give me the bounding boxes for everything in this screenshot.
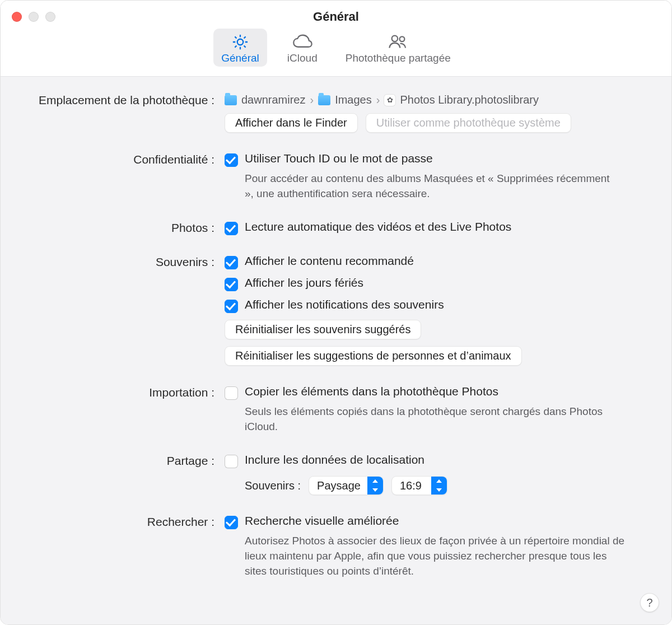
- tab-shared-label: Photothèque partagée: [346, 52, 451, 64]
- memories-label: Souvenirs :: [18, 254, 225, 269]
- titlebar: Général Général iCloud: [1, 1, 671, 77]
- photos-library-icon: ✿: [384, 95, 395, 106]
- folder-icon: [318, 95, 330, 105]
- use-as-system-library-button: Utiliser comme photothèque système: [366, 113, 571, 133]
- aspect-ratio-select-value: 16:9: [392, 479, 431, 492]
- gear-icon: [228, 32, 252, 52]
- reset-memories-button[interactable]: Réinitialiser les souvenirs suggérés: [225, 320, 421, 339]
- import-help-text: Seuls les éléments copiés dans la photot…: [245, 404, 614, 434]
- tab-icloud-label: iCloud: [287, 52, 318, 64]
- select-stepper-icon: [367, 477, 383, 495]
- privacy-help-text: Pour accéder au contenu des albums Masqu…: [245, 171, 614, 201]
- people-icon: [386, 32, 410, 52]
- show-in-finder-button[interactable]: Afficher dans le Finder: [225, 113, 358, 133]
- tab-shared-library[interactable]: Photothèque partagée: [338, 29, 459, 67]
- tab-icloud[interactable]: iCloud: [277, 29, 328, 67]
- chevron-right-icon: ›: [310, 94, 314, 106]
- orientation-select-value: Paysage: [309, 479, 367, 492]
- window-title: Général: [313, 10, 359, 24]
- privacy-label: Confidentialité :: [18, 152, 225, 166]
- home-folder-icon: [225, 95, 237, 105]
- lookup-help-text: Autorisez Photos à associer des lieux de…: [245, 534, 626, 579]
- chevron-right-icon: ›: [376, 94, 380, 106]
- photos-label: Photos :: [18, 220, 225, 235]
- autoplay-checkbox[interactable]: [225, 222, 238, 235]
- cloud-icon: [291, 32, 314, 52]
- include-location-label: Inclure les données de localisation: [245, 453, 424, 467]
- tab-general-label: Général: [221, 52, 259, 64]
- crumb-images[interactable]: Images: [318, 94, 372, 106]
- featured-content-checkbox[interactable]: [225, 256, 238, 269]
- minimize-window-button[interactable]: [29, 12, 39, 22]
- visual-lookup-label: Recherche visuelle améliorée: [245, 514, 399, 528]
- autoplay-checkbox-label: Lecture automatique des vidéos et des Li…: [245, 220, 511, 234]
- memory-notifications-label: Afficher les notifications des souvenirs: [245, 298, 444, 311]
- include-location-checkbox[interactable]: [225, 455, 238, 468]
- visual-lookup-checkbox[interactable]: [225, 516, 238, 529]
- featured-content-label: Afficher le contenu recommandé: [245, 254, 414, 268]
- memory-notifications-checkbox[interactable]: [225, 300, 238, 313]
- content-pane: Emplacement de la photothèque : dawnrami…: [1, 77, 671, 624]
- tab-general[interactable]: Général: [213, 29, 267, 67]
- copy-items-checkbox[interactable]: [225, 386, 238, 400]
- library-path-breadcrumb: dawnramirez › Images › ✿Photos Library.p…: [225, 92, 654, 106]
- svg-point-0: [237, 39, 244, 45]
- traffic-lights: [12, 12, 55, 22]
- select-stepper-icon: [431, 477, 447, 495]
- touchid-checkbox-label: Utiliser Touch ID ou le mot de passe: [245, 152, 433, 165]
- zoom-window-button[interactable]: [45, 12, 55, 22]
- memories-format-label: Souvenirs :: [245, 479, 301, 492]
- help-button[interactable]: ?: [640, 593, 659, 612]
- crumb-home[interactable]: dawnramirez: [225, 94, 305, 106]
- reset-people-button[interactable]: Réinitialiser les suggestions de personn…: [225, 346, 522, 366]
- orientation-select[interactable]: Paysage: [309, 476, 384, 495]
- svg-point-1: [391, 36, 398, 42]
- aspect-ratio-select[interactable]: 16:9: [391, 476, 447, 495]
- svg-point-2: [399, 36, 404, 41]
- lookup-label: Rechercher :: [18, 514, 225, 529]
- close-window-button[interactable]: [12, 12, 22, 22]
- touchid-checkbox[interactable]: [225, 153, 238, 167]
- preferences-window: Général Général iCloud: [1, 1, 671, 624]
- holidays-checkbox[interactable]: [225, 278, 238, 291]
- copy-items-label: Copier les éléments dans la photothèque …: [245, 385, 498, 398]
- crumb-library[interactable]: ✿Photos Library.photoslibrary: [384, 94, 539, 106]
- import-label: Importation :: [18, 385, 225, 399]
- sharing-label: Partage :: [18, 453, 225, 468]
- library-location-label: Emplacement de la photothèque :: [18, 92, 225, 107]
- holidays-label: Afficher les jours fériés: [245, 276, 363, 290]
- toolbar-tabs: Général iCloud Photothèque partagée: [213, 29, 459, 67]
